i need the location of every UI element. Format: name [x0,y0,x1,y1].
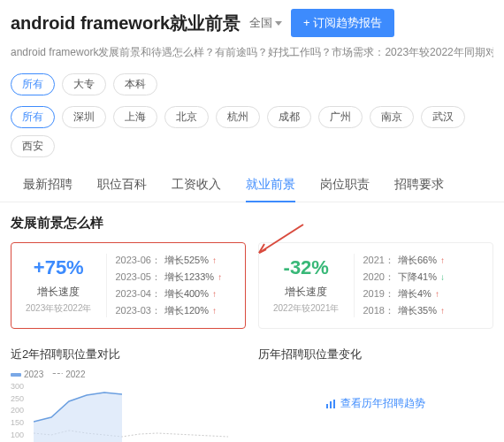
legend-swatch-icon [52,373,63,377]
y-axis: 30025020015010050 [11,382,32,442]
up-arrow-icon: ↑ [440,306,445,316]
tab-latest-jobs[interactable]: 最新招聘 [11,168,85,202]
bar-chart-icon [326,400,337,408]
chart-title-right: 历年招聘职位量变化 [258,347,493,362]
tab-wiki[interactable]: 职位百科 [85,168,159,202]
monthly-stats: 2023-06：增长525%↑ 2023-05：增长1233%↑ 2023-04… [106,254,237,317]
svg-rect-0 [326,404,328,408]
chevron-down-icon [275,21,282,26]
growth-period: 2023年较2022年 [26,302,92,315]
growth-value: +75% [26,256,92,279]
legend-item: 2023 [11,370,43,379]
svg-rect-1 [330,401,332,408]
line-plot [34,382,246,442]
growth-value: -32% [273,256,340,279]
down-arrow-icon: ↓ [440,272,445,282]
growth-card-current: +75% 增长速度 2023年较2022年 2023-06：增长525%↑ 20… [11,242,246,329]
page-title: android framework就业前景 [11,11,241,35]
stat-row: 2023-03：增长120%↑ [116,304,237,317]
filter-edu-all[interactable]: 所有 [11,73,55,95]
main-tabs: 最新招聘 职位百科 工资收入 就业前景 岗位职责 招聘要求 [0,168,504,202]
tab-duties[interactable]: 岗位职责 [308,168,382,202]
legend-item: 2022 [52,370,85,379]
growth-label: 增长速度 [26,285,92,300]
stat-row: 2019：增长4%↑ [363,287,485,301]
filter-city-beijing[interactable]: 北京 [164,106,209,128]
filter-city-chengdu[interactable]: 成都 [267,106,311,128]
up-arrow-icon: ↑ [212,289,217,299]
stat-row: 2018：增长35%↑ [363,304,485,317]
up-arrow-icon: ↑ [212,255,217,265]
filter-city-wuhan[interactable]: 武汉 [421,106,465,128]
filter-city-shanghai[interactable]: 上海 [113,106,157,128]
filter-city-shenzhen[interactable]: 深圳 [62,106,106,128]
filter-city-nanjing[interactable]: 南京 [370,106,414,128]
filter-city-all[interactable]: 所有 [11,106,55,128]
stat-row: 2023-05：增长1233%↑ [116,271,237,284]
stat-row: 2023-04：增长400%↑ [116,287,237,301]
filter-city-guangzhou[interactable]: 广州 [318,106,363,128]
legend-swatch-icon [11,373,21,377]
tab-requirements[interactable]: 招聘要求 [382,168,456,202]
section-title: 发展前景怎么样 [11,215,493,232]
education-filter-row: 所有 大专 本科 [0,68,504,101]
up-arrow-icon: ↑ [435,289,439,299]
tab-salary[interactable]: 工资收入 [159,168,233,202]
growth-period: 2022年较2021年 [273,302,340,315]
region-selector[interactable]: 全国 [249,15,282,31]
subscribe-button[interactable]: + 订阅趋势报告 [291,9,394,37]
svg-rect-2 [333,400,335,408]
city-filter-row: 所有 深圳 上海 北京 杭州 成都 广州 南京 武汉 西安 [0,101,504,163]
filter-edu-bachelor[interactable]: 本科 [113,73,157,95]
up-arrow-icon: ↑ [218,272,222,282]
filter-city-xian[interactable]: 西安 [11,135,55,157]
historical-chart-placeholder: 查看历年招聘趋势 [258,370,493,442]
up-arrow-icon: ↑ [440,255,445,265]
up-arrow-icon: ↑ [212,306,217,316]
view-history-link[interactable]: 查看历年招聘趋势 [326,396,425,411]
stat-row: 2023-06：增长525%↑ [116,254,237,267]
page-description: android framework发展前景和待遇怎么样？有前途吗？好找工作吗？市… [11,44,493,61]
chart-legend: 2023 2022 [11,370,246,379]
yearly-stats: 2021：增长66%↑ 2020：下降41%↓ 2019：增长4%↑ 2018：… [354,254,485,317]
region-label: 全国 [249,15,272,31]
stat-row: 2020：下降41%↓ [363,271,485,284]
growth-card-previous: -32% 增长速度 2022年较2021年 2021：增长66%↑ 2020：下… [258,242,493,329]
growth-label: 增长速度 [273,285,340,300]
chart-title-left: 近2年招聘职位量对比 [11,347,246,362]
filter-edu-college[interactable]: 大专 [62,73,106,95]
stat-row: 2021：增长66%↑ [363,254,485,267]
filter-city-hangzhou[interactable]: 杭州 [216,106,260,128]
tab-prospects[interactable]: 就业前景 [233,168,308,202]
comparison-chart: 2023 2022 30025020015010050 010203040506… [11,370,246,442]
